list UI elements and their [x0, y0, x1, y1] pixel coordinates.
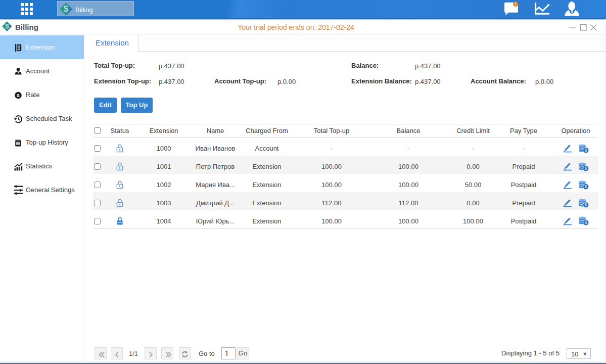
- svg-text:!: !: [515, 2, 517, 7]
